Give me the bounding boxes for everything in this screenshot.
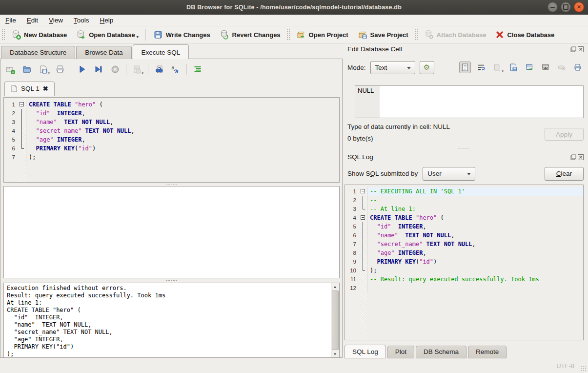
toolbar-drag-handle[interactable] xyxy=(414,29,418,41)
titlebar[interactable]: DB Browser for SQLite - /home/user/code/… xyxy=(0,0,588,15)
minimize-button[interactable] xyxy=(547,2,558,12)
execution-message-text: Execution finished without errors. Resul… xyxy=(4,283,331,358)
fold-marker xyxy=(360,222,367,231)
code-text: "id" INTEGER, xyxy=(26,109,339,118)
close-panel-icon[interactable] xyxy=(578,46,584,52)
fold-marker xyxy=(360,240,367,249)
float-panel-icon[interactable] xyxy=(570,46,576,52)
text-mode-toggle[interactable] xyxy=(459,62,471,73)
dock-tab-plot[interactable]: Plot xyxy=(387,346,414,358)
sql-doc-tab[interactable]: SQL 1 ✖ xyxy=(4,82,55,96)
sql-log-filter-label: Show SQL submitted by xyxy=(347,170,418,177)
dock-splitter[interactable] xyxy=(345,146,584,149)
import-cell-data-button[interactable] xyxy=(507,62,519,73)
print-cell-button[interactable] xyxy=(572,62,584,73)
save-project-label: Save Project xyxy=(370,31,408,39)
close-panel-icon[interactable] xyxy=(578,154,584,160)
code-line-5: 5 "id" INTEGER, xyxy=(345,222,583,231)
new-sql-tab-button[interactable] xyxy=(4,63,16,75)
fold-marker[interactable]: − xyxy=(360,187,367,196)
fold-collapse-icon[interactable]: − xyxy=(20,102,24,106)
word-wrap-button[interactable] xyxy=(475,62,487,73)
execute-all-button[interactable] xyxy=(76,63,88,75)
dock-tab-sql-log[interactable]: SQL Log xyxy=(345,345,386,358)
close-button[interactable]: ✕ xyxy=(574,2,584,12)
tab-database-structure[interactable]: Database Structure xyxy=(1,46,75,59)
menu-tools[interactable]: Tools xyxy=(68,15,95,25)
attach-database-button: Attach Database xyxy=(419,27,491,42)
code-text: -- At line 1: xyxy=(367,205,583,213)
submitted-by-combobox[interactable]: User xyxy=(423,167,475,181)
open-database-dropdown-arrow[interactable]: ▾ xyxy=(137,35,139,40)
menu-file[interactable]: File xyxy=(0,15,21,25)
fold-collapse-icon[interactable]: − xyxy=(361,189,365,193)
results-scrollbar[interactable]: ▲ ▼ xyxy=(331,283,339,357)
line-number: 10 xyxy=(345,266,360,275)
export-icon xyxy=(525,63,534,72)
replace-button[interactable]: a a xyxy=(170,63,182,75)
close-database-button[interactable]: Close Database xyxy=(490,28,559,41)
code-line-7: 7); xyxy=(4,153,339,162)
toolbar-drag-handle[interactable] xyxy=(286,29,290,41)
maximize-button[interactable] xyxy=(561,2,571,12)
scroll-down-icon[interactable]: ▼ xyxy=(331,351,339,357)
sql-log-view[interactable]: 1−-- EXECUTING ALL IN 'SQL 1'2--3-- At l… xyxy=(345,185,584,340)
tab-execute-sql[interactable]: Execute SQL xyxy=(133,44,189,59)
fold-margin xyxy=(360,275,367,284)
save-sql-file-button[interactable]: ▾ xyxy=(38,63,49,75)
auto-switch-mode-button[interactable]: ⚙ xyxy=(420,61,434,74)
fold-collapse-icon[interactable]: − xyxy=(361,215,365,220)
sql-editor-toolbar: ▾ xyxy=(4,62,203,76)
tab-close-icon[interactable]: ✖ xyxy=(43,85,48,92)
save-project-icon xyxy=(357,29,368,40)
sql-log-title: SQL Log xyxy=(347,153,373,161)
stop-button xyxy=(109,63,121,75)
mode-label: Mode: xyxy=(347,64,366,71)
write-changes-button[interactable]: Write Changes xyxy=(148,27,215,42)
menu-view[interactable]: View xyxy=(43,15,68,25)
fold-marker[interactable]: − xyxy=(19,100,26,109)
save-file-dropdown-arrow[interactable]: ▾ xyxy=(48,71,50,75)
menu-edit[interactable]: Edit xyxy=(21,15,43,25)
window-controls: ✕ xyxy=(547,2,584,12)
statusbar: UTF-8 xyxy=(0,358,588,373)
tab-browse-data[interactable]: Browse Data xyxy=(76,46,131,59)
float-panel-icon[interactable] xyxy=(570,154,576,160)
dock-tab-db-schema[interactable]: DB Schema xyxy=(416,346,466,358)
cell-editor[interactable]: NULL xyxy=(355,85,584,118)
encoding-indicator[interactable]: UTF-8 xyxy=(556,362,574,370)
menu-help[interactable]: Help xyxy=(95,15,119,25)
fold-marker[interactable]: − xyxy=(360,213,367,222)
dock-tab-remote[interactable]: Remote xyxy=(468,346,507,358)
fold-marker xyxy=(19,118,26,126)
line-number: 1 xyxy=(4,100,19,109)
line-number: 8 xyxy=(345,249,360,257)
print-button[interactable] xyxy=(54,63,66,75)
edit-cell-header: Edit Database Cell xyxy=(347,45,584,53)
format-sql-icon xyxy=(192,64,203,75)
format-sql-button[interactable] xyxy=(192,63,203,75)
line-number: 1 xyxy=(345,187,360,196)
text-document-icon xyxy=(461,63,469,72)
save-project-button[interactable]: Save Project xyxy=(353,27,413,42)
open-database-button[interactable]: Open Database ▾ xyxy=(71,27,143,42)
open-sql-file-button[interactable] xyxy=(21,63,33,75)
export-cell-data-button[interactable] xyxy=(524,62,535,73)
clear-button-label: Clear xyxy=(556,170,572,177)
open-project-button[interactable]: Open Project xyxy=(291,27,353,42)
new-database-button[interactable]: New Database xyxy=(6,27,71,42)
scroll-up-icon[interactable]: ▲ xyxy=(331,283,339,290)
execution-message-pane[interactable]: Execution finished without errors. Resul… xyxy=(3,283,340,358)
mode-combobox[interactable]: Text xyxy=(370,61,415,74)
clear-log-button[interactable]: Clear xyxy=(545,167,584,181)
toolbar-drag-handle[interactable] xyxy=(1,29,5,41)
pane-splitter[interactable] xyxy=(3,279,340,282)
revert-changes-button[interactable]: Revert Changes xyxy=(215,27,285,42)
find-button[interactable] xyxy=(153,63,165,75)
resize-grip-icon[interactable] xyxy=(581,366,587,372)
code-line-3: 3-- At line 1: xyxy=(345,205,583,213)
execute-line-button[interactable] xyxy=(93,63,104,75)
copy-link-button[interactable] xyxy=(540,62,551,73)
scrollbar-thumb[interactable] xyxy=(332,290,339,350)
sql-editor[interactable]: 1−CREATE TABLE "hero" (2 "id" INTEGER,3 … xyxy=(3,97,340,183)
